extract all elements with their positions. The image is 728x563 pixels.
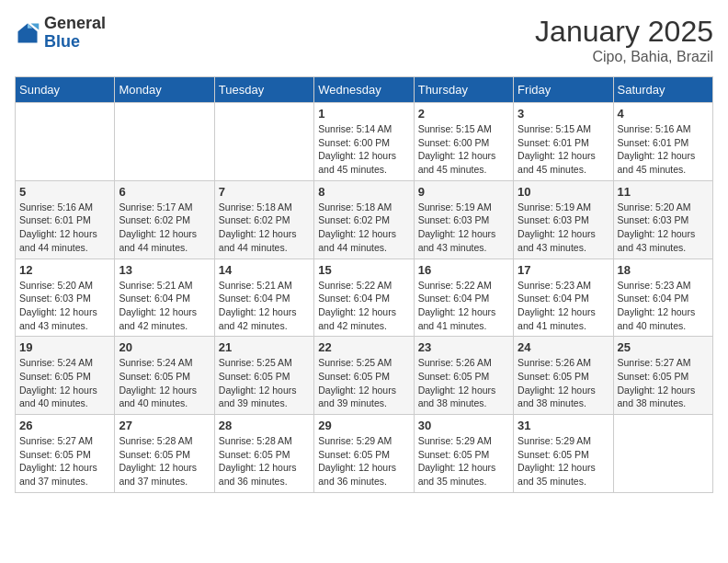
day-cell: 16Sunrise: 5:22 AM Sunset: 6:04 PM Dayli… xyxy=(414,259,513,337)
day-cell: 20Sunrise: 5:24 AM Sunset: 6:05 PM Dayli… xyxy=(115,337,214,415)
day-number: 28 xyxy=(219,419,310,432)
title-block: January 2025 Cipo, Bahia, Brazil xyxy=(535,15,713,65)
day-cell: 21Sunrise: 5:25 AM Sunset: 6:05 PM Dayli… xyxy=(214,337,313,415)
day-number: 3 xyxy=(518,107,609,121)
weekday-header-thursday: Thursday xyxy=(414,77,513,103)
day-number: 31 xyxy=(518,419,609,432)
day-info: Sunrise: 5:29 AM Sunset: 6:05 PM Dayligh… xyxy=(518,434,609,488)
day-info: Sunrise: 5:27 AM Sunset: 6:05 PM Dayligh… xyxy=(618,356,709,410)
day-info: Sunrise: 5:15 AM Sunset: 6:00 PM Dayligh… xyxy=(418,122,509,177)
day-cell: 11Sunrise: 5:20 AM Sunset: 6:03 PM Dayli… xyxy=(613,180,712,259)
day-info: Sunrise: 5:24 AM Sunset: 6:05 PM Dayligh… xyxy=(119,356,210,410)
day-info: Sunrise: 5:23 AM Sunset: 6:04 PM Dayligh… xyxy=(518,279,609,333)
day-info: Sunrise: 5:28 AM Sunset: 6:05 PM Dayligh… xyxy=(219,434,310,488)
day-cell: 22Sunrise: 5:25 AM Sunset: 6:05 PM Dayli… xyxy=(314,337,414,415)
calendar-title: January 2025 xyxy=(535,15,713,49)
day-info: Sunrise: 5:19 AM Sunset: 6:03 PM Dayligh… xyxy=(518,201,609,255)
day-cell: 5Sunrise: 5:16 AM Sunset: 6:01 PM Daylig… xyxy=(16,180,115,259)
calendar-subtitle: Cipo, Bahia, Brazil xyxy=(535,49,713,65)
day-number: 5 xyxy=(19,185,110,199)
day-cell: 15Sunrise: 5:22 AM Sunset: 6:04 PM Dayli… xyxy=(314,259,414,337)
day-number: 8 xyxy=(318,185,409,199)
day-number: 12 xyxy=(19,263,110,277)
day-cell: 6Sunrise: 5:17 AM Sunset: 6:02 PM Daylig… xyxy=(115,180,214,259)
day-info: Sunrise: 5:29 AM Sunset: 6:05 PM Dayligh… xyxy=(418,434,509,488)
weekday-header-wednesday: Wednesday xyxy=(314,77,414,103)
day-cell: 8Sunrise: 5:18 AM Sunset: 6:02 PM Daylig… xyxy=(314,180,414,259)
weekday-header-tuesday: Tuesday xyxy=(214,77,313,103)
day-info: Sunrise: 5:25 AM Sunset: 6:05 PM Dayligh… xyxy=(318,356,409,410)
day-number: 25 xyxy=(618,340,709,354)
day-number: 1 xyxy=(318,107,409,121)
day-number: 17 xyxy=(518,263,609,277)
day-number: 26 xyxy=(19,419,110,432)
day-number: 7 xyxy=(219,185,310,199)
day-number: 18 xyxy=(618,263,709,277)
day-cell: 2Sunrise: 5:15 AM Sunset: 6:00 PM Daylig… xyxy=(414,103,513,181)
day-info: Sunrise: 5:27 AM Sunset: 6:05 PM Dayligh… xyxy=(19,434,110,488)
day-info: Sunrise: 5:24 AM Sunset: 6:05 PM Dayligh… xyxy=(19,356,110,410)
day-info: Sunrise: 5:22 AM Sunset: 6:04 PM Dayligh… xyxy=(318,279,409,333)
day-number: 30 xyxy=(418,419,509,432)
day-number: 4 xyxy=(618,107,709,121)
day-info: Sunrise: 5:21 AM Sunset: 6:04 PM Dayligh… xyxy=(219,279,310,333)
day-cell: 13Sunrise: 5:21 AM Sunset: 6:04 PM Dayli… xyxy=(115,259,214,337)
day-cell: 7Sunrise: 5:18 AM Sunset: 6:02 PM Daylig… xyxy=(214,180,313,259)
logo-general: General xyxy=(44,15,106,33)
day-cell xyxy=(613,415,712,493)
day-number: 15 xyxy=(318,263,409,277)
day-cell: 25Sunrise: 5:27 AM Sunset: 6:05 PM Dayli… xyxy=(613,337,712,415)
weekday-header-saturday: Saturday xyxy=(613,77,712,103)
day-number: 24 xyxy=(518,340,609,354)
day-number: 23 xyxy=(418,340,509,354)
weekday-header-row: SundayMondayTuesdayWednesdayThursdayFrid… xyxy=(16,77,713,103)
day-cell: 24Sunrise: 5:26 AM Sunset: 6:05 PM Dayli… xyxy=(514,337,613,415)
week-row-4: 19Sunrise: 5:24 AM Sunset: 6:05 PM Dayli… xyxy=(16,337,713,415)
day-info: Sunrise: 5:14 AM Sunset: 6:00 PM Dayligh… xyxy=(318,122,409,177)
day-info: Sunrise: 5:22 AM Sunset: 6:04 PM Dayligh… xyxy=(418,279,509,333)
day-cell: 14Sunrise: 5:21 AM Sunset: 6:04 PM Dayli… xyxy=(214,259,313,337)
week-row-2: 5Sunrise: 5:16 AM Sunset: 6:01 PM Daylig… xyxy=(16,180,713,259)
day-info: Sunrise: 5:26 AM Sunset: 6:05 PM Dayligh… xyxy=(518,356,609,410)
day-number: 16 xyxy=(418,263,509,277)
day-info: Sunrise: 5:29 AM Sunset: 6:05 PM Dayligh… xyxy=(318,434,409,488)
day-cell: 12Sunrise: 5:20 AM Sunset: 6:03 PM Dayli… xyxy=(16,259,115,337)
day-info: Sunrise: 5:17 AM Sunset: 6:02 PM Dayligh… xyxy=(119,201,210,255)
day-number: 19 xyxy=(19,340,110,354)
page-header: General Blue January 2025 Cipo, Bahia, B… xyxy=(15,15,713,65)
week-row-3: 12Sunrise: 5:20 AM Sunset: 6:03 PM Dayli… xyxy=(16,259,713,337)
day-cell: 9Sunrise: 5:19 AM Sunset: 6:03 PM Daylig… xyxy=(414,180,513,259)
logo: General Blue xyxy=(15,15,106,52)
day-cell: 19Sunrise: 5:24 AM Sunset: 6:05 PM Dayli… xyxy=(16,337,115,415)
weekday-header-friday: Friday xyxy=(514,77,613,103)
day-cell xyxy=(214,103,313,181)
weekday-header-sunday: Sunday xyxy=(16,77,115,103)
day-number: 21 xyxy=(219,340,310,354)
day-cell xyxy=(16,103,115,181)
day-info: Sunrise: 5:18 AM Sunset: 6:02 PM Dayligh… xyxy=(318,201,409,255)
day-info: Sunrise: 5:28 AM Sunset: 6:05 PM Dayligh… xyxy=(119,434,210,488)
weekday-header-monday: Monday xyxy=(115,77,214,103)
day-cell: 10Sunrise: 5:19 AM Sunset: 6:03 PM Dayli… xyxy=(514,180,613,259)
day-info: Sunrise: 5:21 AM Sunset: 6:04 PM Dayligh… xyxy=(119,279,210,333)
day-cell: 31Sunrise: 5:29 AM Sunset: 6:05 PM Dayli… xyxy=(514,415,613,493)
day-cell: 28Sunrise: 5:28 AM Sunset: 6:05 PM Dayli… xyxy=(214,415,313,493)
day-cell: 17Sunrise: 5:23 AM Sunset: 6:04 PM Dayli… xyxy=(514,259,613,337)
day-info: Sunrise: 5:26 AM Sunset: 6:05 PM Dayligh… xyxy=(418,356,509,410)
day-number: 10 xyxy=(518,185,609,199)
day-number: 9 xyxy=(418,185,509,199)
day-cell: 3Sunrise: 5:15 AM Sunset: 6:01 PM Daylig… xyxy=(514,103,613,181)
day-number: 13 xyxy=(119,263,210,277)
day-cell: 27Sunrise: 5:28 AM Sunset: 6:05 PM Dayli… xyxy=(115,415,214,493)
day-info: Sunrise: 5:15 AM Sunset: 6:01 PM Dayligh… xyxy=(518,122,609,177)
logo-blue: Blue xyxy=(44,33,106,52)
day-cell: 4Sunrise: 5:16 AM Sunset: 6:01 PM Daylig… xyxy=(613,103,712,181)
day-info: Sunrise: 5:25 AM Sunset: 6:05 PM Dayligh… xyxy=(219,356,310,410)
day-number: 20 xyxy=(119,340,210,354)
day-number: 6 xyxy=(119,185,210,199)
day-info: Sunrise: 5:16 AM Sunset: 6:01 PM Dayligh… xyxy=(618,122,709,177)
day-info: Sunrise: 5:20 AM Sunset: 6:03 PM Dayligh… xyxy=(19,279,110,333)
logo-text: General Blue xyxy=(44,15,106,52)
day-number: 22 xyxy=(318,340,409,354)
day-number: 11 xyxy=(618,185,709,199)
